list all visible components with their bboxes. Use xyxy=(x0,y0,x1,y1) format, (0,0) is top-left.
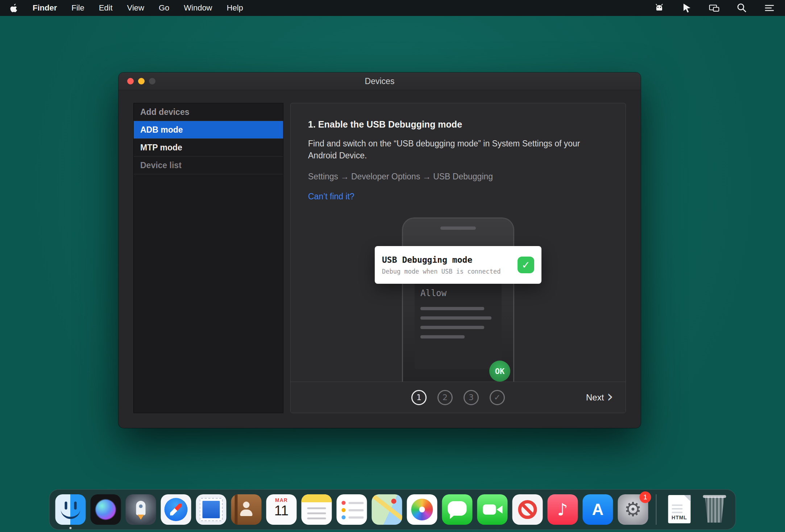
dock-item-app-store[interactable]: A xyxy=(583,494,613,525)
dock-item-mail[interactable] xyxy=(196,494,227,525)
dock-item-facetime[interactable] xyxy=(477,494,508,525)
display-mirroring-icon[interactable] xyxy=(709,3,720,13)
notification-badge: 1 xyxy=(640,491,651,503)
sidebar-item-add-devices: Add devices xyxy=(134,103,283,121)
sidebar-item-adb-mode[interactable]: ADB mode xyxy=(134,121,283,139)
dock-item-music[interactable]: ♪ xyxy=(548,494,578,525)
menu-item-finder[interactable]: Finder xyxy=(33,3,57,13)
messages-icon xyxy=(442,494,473,525)
devices-window: Devices Add devices ADB mode MTP mode De… xyxy=(119,72,641,428)
step-indicator-done-icon: ✓ xyxy=(490,390,505,405)
music-note-glyph: ♪ xyxy=(557,500,568,519)
cursor-icon[interactable] xyxy=(681,3,692,13)
checkbox-checked-icon: ✓ xyxy=(518,257,534,273)
apple-menu-icon[interactable] xyxy=(10,3,18,13)
menu-item-go[interactable]: Go xyxy=(159,3,169,13)
dock: MAR 11 xyxy=(49,489,736,530)
window-title: Devices xyxy=(365,76,395,86)
reminders-icon xyxy=(337,494,367,525)
menu-item-file[interactable]: File xyxy=(71,3,84,13)
dock-item-blocked-app[interactable] xyxy=(512,494,543,525)
app-store-icon: A xyxy=(583,494,613,525)
dock-separator xyxy=(656,494,657,525)
desktop: Finder File Edit View Go Window Help xyxy=(0,0,785,532)
dock-item-contacts[interactable] xyxy=(231,494,262,525)
text-line-placeholder xyxy=(420,307,484,310)
step-indicators: 1 2 3 ✓ xyxy=(411,390,505,405)
chevron-right-icon: › xyxy=(607,391,613,402)
calendar-icon: MAR 11 xyxy=(266,494,297,525)
html-doc-label: HTML xyxy=(668,515,691,520)
window-titlebar[interactable]: Devices xyxy=(119,72,641,90)
finder-icon xyxy=(55,494,86,525)
app-store-glyph: A xyxy=(592,500,604,519)
sidebar: Add devices ADB mode MTP mode Device lis… xyxy=(133,103,283,413)
dock-item-reminders[interactable] xyxy=(337,494,367,525)
safari-icon xyxy=(161,494,191,525)
dock-item-finder[interactable] xyxy=(55,494,86,525)
dock-item-siri[interactable] xyxy=(91,494,121,525)
card-subtitle: Debug mode when USB is connected xyxy=(382,268,518,275)
dock-item-maps[interactable] xyxy=(372,494,402,525)
zoom-button-disabled xyxy=(149,78,155,84)
dock-item-messages[interactable] xyxy=(442,494,473,525)
step-heading: 1. Enable the USB Debugging mode xyxy=(308,119,610,130)
facetime-icon xyxy=(477,494,508,525)
allow-label: Allow xyxy=(420,288,496,298)
phone-allow-dialog: Allow OK xyxy=(415,282,502,369)
next-label: Next xyxy=(586,392,604,403)
dock-item-photos[interactable] xyxy=(407,494,437,525)
text-line-placeholder xyxy=(420,326,484,329)
step-description: Find and switch on the “USB debugging mo… xyxy=(308,138,598,162)
dock-item-html-document[interactable]: HTML xyxy=(664,494,695,525)
prohibition-icon xyxy=(512,494,543,525)
menu-item-help[interactable]: Help xyxy=(227,3,243,13)
launchpad-icon xyxy=(126,494,156,525)
contacts-icon xyxy=(231,494,262,525)
step-indicator-1: 1 xyxy=(411,390,427,405)
card-title: USB Debugging mode xyxy=(382,255,518,265)
search-icon[interactable] xyxy=(736,3,747,13)
android-device-icon[interactable] xyxy=(654,3,665,13)
calendar-month: MAR xyxy=(266,497,297,503)
siri-icon xyxy=(91,494,121,525)
maps-icon xyxy=(372,494,402,525)
menu-item-view[interactable]: View xyxy=(127,3,144,13)
music-icon: ♪ xyxy=(548,494,578,525)
dock-item-launchpad[interactable] xyxy=(126,494,156,525)
minimize-button[interactable] xyxy=(138,78,145,84)
photos-icon xyxy=(407,494,437,525)
settings-path: Settings → Developer Options → USB Debug… xyxy=(308,172,610,182)
usb-debugging-card: USB Debugging mode Debug mode when USB i… xyxy=(375,246,541,284)
mail-icon xyxy=(196,494,227,525)
dock-item-safari[interactable] xyxy=(161,494,191,525)
dock-item-notes[interactable] xyxy=(302,494,332,525)
dock-item-system-preferences[interactable]: ⚙ 1 xyxy=(618,494,648,525)
notes-icon xyxy=(302,494,332,525)
phone-speaker xyxy=(440,226,476,230)
html-document-icon: HTML xyxy=(664,494,695,525)
step-indicator-3: 3 xyxy=(464,390,479,405)
main-panel: 1. Enable the USB Debugging mode Find an… xyxy=(290,103,626,413)
wizard-footer: 1 2 3 ✓ Next › xyxy=(291,382,626,413)
close-button[interactable] xyxy=(127,78,134,84)
next-button[interactable]: Next › xyxy=(586,392,613,403)
text-line-placeholder xyxy=(420,316,491,320)
menu-item-edit[interactable]: Edit xyxy=(99,3,113,13)
phone-illustration: Allow OK xyxy=(402,217,514,392)
cant-find-it-link[interactable]: Can’t find it? xyxy=(308,192,354,201)
step-indicator-2: 2 xyxy=(437,390,453,405)
dock-item-trash[interactable] xyxy=(699,494,730,525)
sidebar-item-mtp-mode[interactable]: MTP mode xyxy=(134,139,283,157)
sidebar-item-device-list[interactable]: Device list xyxy=(134,157,283,174)
text-line-placeholder xyxy=(420,335,465,338)
menu-lines-icon[interactable] xyxy=(764,3,775,13)
ok-button-illustration: OK xyxy=(489,361,510,382)
menu-bar: Finder File Edit View Go Window Help xyxy=(0,0,785,16)
dock-item-calendar[interactable]: MAR 11 xyxy=(266,494,297,525)
calendar-day: 11 xyxy=(266,503,297,519)
running-indicator xyxy=(70,527,72,529)
menu-item-window[interactable]: Window xyxy=(184,3,212,13)
trash-icon xyxy=(699,494,730,525)
gear-icon: ⚙ xyxy=(624,500,641,519)
